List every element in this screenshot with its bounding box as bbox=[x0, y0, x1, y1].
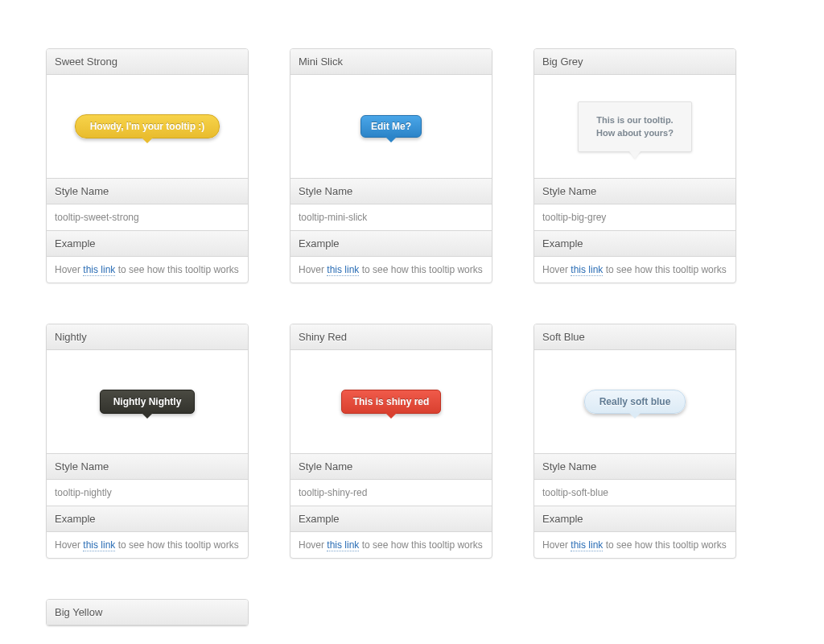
tooltip-bubble: This is our tooltip.How about yours? bbox=[578, 101, 692, 152]
style-name-value: tooltip-big-grey bbox=[534, 204, 735, 230]
tooltip-bubble: Howdy, I'm your tooltip :) bbox=[75, 114, 220, 138]
example-prefix: Hover bbox=[542, 539, 568, 551]
tooltip-preview: Nightly Nightly bbox=[47, 350, 248, 453]
example-hover-link[interactable]: this link bbox=[327, 539, 359, 551]
example-hover-link[interactable]: this link bbox=[571, 264, 603, 276]
tooltip-preview: Really soft blue bbox=[534, 350, 735, 453]
example-prefix: Hover bbox=[299, 264, 324, 275]
example-header: Example bbox=[534, 230, 735, 257]
card-title: Nightly bbox=[47, 324, 248, 350]
tooltip-card: Sweet StrongHowdy, I'm your tooltip :)St… bbox=[46, 48, 249, 283]
tooltip-card: Big Yellow bbox=[46, 599, 249, 626]
example-suffix: to see how this tooltip works bbox=[362, 264, 483, 275]
style-name-header: Style Name bbox=[47, 453, 248, 480]
card-title: Big Grey bbox=[534, 49, 735, 75]
example-header: Example bbox=[534, 506, 735, 532]
example-hover-link[interactable]: this link bbox=[571, 539, 603, 551]
example-prefix: Hover bbox=[542, 264, 568, 275]
example-body: Hover this link to see how this tooltip … bbox=[47, 257, 248, 283]
tooltip-card: Shiny RedThis is shiny redStyle Nametool… bbox=[290, 324, 492, 559]
example-header: Example bbox=[290, 230, 492, 257]
tooltip-card: Mini SlickEdit Me?Style Nametooltip-mini… bbox=[290, 48, 492, 283]
tooltip-bubble: Edit Me? bbox=[360, 115, 422, 138]
tooltip-bubble: Nightly Nightly bbox=[100, 390, 196, 414]
example-header: Example bbox=[47, 230, 248, 257]
style-name-header: Style Name bbox=[47, 178, 248, 204]
example-header: Example bbox=[290, 506, 492, 532]
tooltip-preview: This is our tooltip.How about yours? bbox=[534, 75, 735, 178]
card-title: Big Yellow bbox=[47, 600, 248, 625]
example-suffix: to see how this tooltip works bbox=[118, 539, 239, 551]
style-name-value: tooltip-sweet-strong bbox=[47, 204, 248, 230]
example-suffix: to see how this tooltip works bbox=[118, 264, 239, 275]
tooltip-preview: This is shiny red bbox=[290, 350, 492, 453]
example-suffix: to see how this tooltip works bbox=[606, 539, 727, 551]
example-body: Hover this link to see how this tooltip … bbox=[290, 257, 492, 283]
style-name-value: tooltip-shiny-red bbox=[290, 480, 492, 506]
example-prefix: Hover bbox=[299, 539, 324, 551]
style-name-value: tooltip-nightly bbox=[47, 480, 248, 506]
tooltip-preview: Edit Me? bbox=[290, 75, 492, 178]
example-hover-link[interactable]: this link bbox=[327, 264, 359, 276]
card-title: Sweet Strong bbox=[47, 49, 248, 75]
style-name-value: tooltip-soft-blue bbox=[534, 480, 735, 506]
style-name-value: tooltip-mini-slick bbox=[290, 204, 492, 230]
example-body: Hover this link to see how this tooltip … bbox=[47, 532, 248, 558]
style-name-header: Style Name bbox=[534, 453, 735, 480]
card-title: Soft Blue bbox=[534, 324, 735, 350]
style-name-header: Style Name bbox=[534, 178, 735, 204]
tooltip-card: Big GreyThis is our tooltip.How about yo… bbox=[534, 48, 736, 283]
tooltip-preview: Howdy, I'm your tooltip :) bbox=[47, 75, 248, 178]
style-name-header: Style Name bbox=[290, 178, 492, 204]
example-body: Hover this link to see how this tooltip … bbox=[534, 532, 735, 558]
card-title: Shiny Red bbox=[290, 324, 492, 350]
tooltip-card: Soft BlueReally soft blueStyle Nametoolt… bbox=[534, 324, 736, 559]
example-hover-link[interactable]: this link bbox=[83, 539, 115, 551]
example-body: Hover this link to see how this tooltip … bbox=[290, 532, 492, 558]
example-suffix: to see how this tooltip works bbox=[362, 539, 483, 551]
style-name-header: Style Name bbox=[290, 453, 492, 480]
tooltip-card: NightlyNightly NightlyStyle Nametooltip-… bbox=[46, 324, 249, 559]
example-body: Hover this link to see how this tooltip … bbox=[534, 257, 735, 283]
tooltip-bubble: Really soft blue bbox=[584, 390, 686, 414]
example-prefix: Hover bbox=[55, 539, 80, 551]
example-prefix: Hover bbox=[55, 264, 80, 275]
example-suffix: to see how this tooltip works bbox=[606, 264, 727, 275]
example-hover-link[interactable]: this link bbox=[83, 264, 115, 276]
card-title: Mini Slick bbox=[290, 49, 492, 75]
tooltip-bubble: This is shiny red bbox=[341, 390, 442, 414]
example-header: Example bbox=[47, 506, 248, 532]
